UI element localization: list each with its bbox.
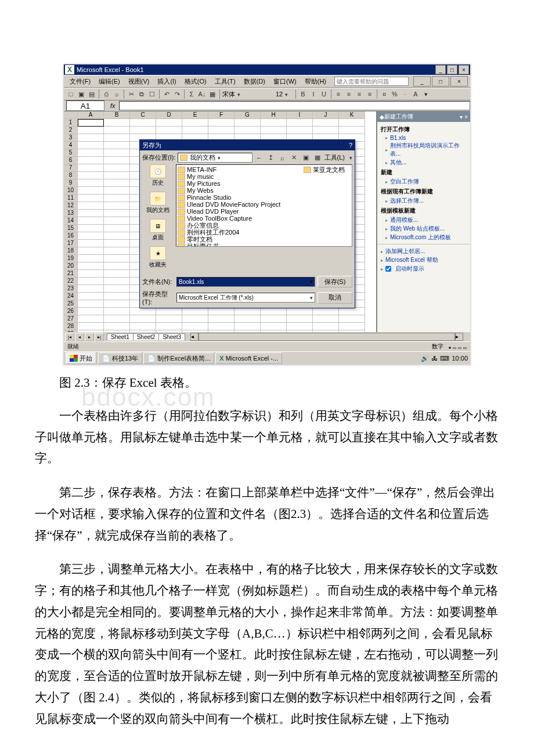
bold-icon[interactable]: B [298, 89, 308, 99]
underline-icon[interactable]: U [319, 89, 329, 99]
cell[interactable] [130, 119, 156, 127]
cell[interactable] [156, 127, 182, 134]
cell[interactable] [104, 119, 130, 127]
cell[interactable] [234, 315, 261, 323]
autosum-icon[interactable]: Σ [187, 89, 196, 99]
column-header[interactable]: C [130, 111, 156, 119]
row-header[interactable]: 27 [64, 315, 78, 323]
cell[interactable] [104, 172, 130, 179]
cell[interactable] [104, 127, 130, 134]
cell[interactable] [182, 127, 208, 134]
row-header[interactable]: 3 [64, 134, 78, 142]
row-header[interactable]: 24 [64, 293, 78, 300]
cell[interactable] [156, 308, 182, 315]
place-history[interactable]: 🕘历史 [142, 164, 174, 187]
column-header[interactable]: E [182, 111, 208, 119]
file-item[interactable]: Ulead DVD MovieFactory Project [178, 201, 280, 208]
file-item[interactable]: Ulead DVD Player [178, 208, 280, 215]
cell[interactable] [287, 308, 313, 315]
cell[interactable] [78, 330, 104, 332]
cell[interactable] [104, 225, 130, 232]
row-header[interactable]: 2 [64, 127, 78, 134]
cell[interactable] [261, 127, 287, 134]
row-header[interactable]: 19 [64, 255, 78, 262]
redo-icon[interactable]: ↷ [172, 89, 182, 99]
taskbar-item[interactable]: 📄科技13年 [98, 352, 142, 364]
cell[interactable] [130, 127, 156, 134]
cell[interactable] [104, 164, 130, 172]
cell[interactable] [182, 308, 208, 315]
tp-link[interactable]: 我的 Web 站点模板... [385, 225, 467, 233]
menu-view[interactable]: 视图(V) [125, 77, 153, 87]
cell[interactable] [104, 315, 130, 323]
row-header[interactable]: 29 [64, 330, 78, 332]
cell[interactable] [313, 127, 339, 134]
sheet-tab[interactable]: Sheet3 [158, 333, 185, 340]
cell[interactable] [104, 195, 130, 202]
cell[interactable] [234, 127, 261, 134]
cell[interactable] [104, 293, 130, 300]
save-icon[interactable]: ▤ [87, 89, 96, 99]
cell[interactable] [339, 127, 365, 134]
tray-icon[interactable]: 🖧 [431, 355, 438, 362]
cell[interactable] [313, 308, 339, 315]
row-header[interactable]: 11 [64, 195, 78, 202]
cell[interactable] [104, 142, 130, 149]
percent-icon[interactable]: % [390, 89, 399, 99]
cell[interactable] [104, 308, 130, 315]
lookin-dropdown[interactable]: 我的文档 ▾ [178, 153, 252, 163]
new-icon[interactable]: □ [66, 89, 75, 99]
cell[interactable] [78, 262, 104, 270]
column-header[interactable]: J [313, 111, 339, 119]
column-header[interactable]: I [287, 111, 313, 119]
cell[interactable] [78, 293, 104, 300]
menu-insert[interactable]: 插入(I) [154, 77, 179, 87]
cell[interactable] [78, 202, 104, 210]
minimize-button[interactable]: _ [435, 65, 446, 74]
cancel-button[interactable]: 取消 [317, 292, 352, 304]
cut-icon[interactable]: ✂ [127, 89, 136, 99]
cell[interactable] [104, 134, 130, 142]
cell[interactable] [287, 127, 313, 134]
cell[interactable] [313, 119, 339, 127]
filetype-dropdown[interactable]: Microsoft Excel 工作簿 (*.xls)▾ [176, 293, 315, 303]
cell[interactable] [104, 149, 130, 157]
cell[interactable] [313, 315, 339, 323]
cell[interactable] [104, 232, 130, 240]
cell[interactable] [104, 330, 130, 332]
cell[interactable] [234, 119, 261, 127]
filename-input[interactable]: Book1.xls▾ [176, 277, 315, 287]
place-fav[interactable]: ★收藏夹 [142, 246, 174, 269]
file-item[interactable]: 莱亚龙文档 [304, 166, 345, 173]
file-item[interactable]: My Pictures [178, 180, 280, 187]
sheet-tab[interactable]: Sheet2 [133, 333, 160, 340]
newfolder-icon[interactable]: ▣ [301, 153, 311, 163]
cell[interactable] [78, 119, 104, 127]
cell[interactable] [78, 315, 104, 323]
cell[interactable] [78, 127, 104, 134]
tp-foot-link[interactable]: 添加网上邻居... [381, 247, 467, 255]
cell[interactable] [234, 330, 261, 332]
row-header[interactable]: 1 [64, 119, 78, 127]
name-box[interactable] [66, 100, 104, 111]
cell[interactable] [78, 232, 104, 240]
sheet-tab[interactable]: Sheet1 [107, 333, 134, 340]
comma-icon[interactable]: · [400, 89, 410, 99]
row-header[interactable]: 22 [64, 278, 78, 285]
tp-link[interactable]: 通用模板... [385, 216, 467, 224]
cell[interactable] [130, 315, 156, 323]
cell[interactable] [130, 330, 156, 332]
preview-icon[interactable]: ⌕ [112, 89, 121, 99]
cell[interactable] [156, 119, 182, 127]
cell[interactable] [104, 278, 130, 285]
back-icon[interactable]: ← [255, 153, 264, 163]
cell[interactable] [156, 330, 182, 332]
font-color-icon[interactable]: A [411, 89, 420, 99]
maximize-button[interactable]: □ [447, 65, 457, 74]
child-maximize-button[interactable]: □ [432, 76, 449, 87]
menu-help[interactable]: 帮助(H) [301, 77, 330, 87]
sort-icon[interactable]: A↓ [197, 89, 207, 99]
row-header[interactable]: 7 [64, 164, 78, 172]
tp-link[interactable]: Microsoft.com 上的模板 [385, 233, 467, 242]
help-search-input[interactable] [334, 77, 409, 86]
